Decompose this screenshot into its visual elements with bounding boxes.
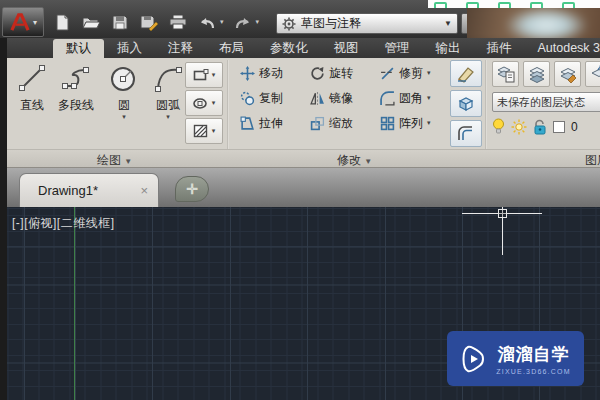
plot-button[interactable] [168,12,188,32]
hatch-tool[interactable]: ▾ [185,118,223,144]
modify-panel-label[interactable]: 修改 ▼ [337,152,372,168]
move-tool[interactable]: 移动 [240,64,283,82]
tab-layout[interactable]: 布局 [206,38,257,58]
ribbon-tab-bar: 默认 插入 注释 布局 参数化 视图 管理 输出 插件 Autodesk 360 [0,38,600,58]
new-file-button[interactable] [52,12,72,32]
erase-tool[interactable] [450,60,482,87]
tab-output[interactable]: 输出 [423,38,474,58]
panel-label-bar: 绘图 ▼ 修改 ▼ 图层 [7,149,600,167]
tab-annotate[interactable]: 注释 [155,38,206,58]
ellipse-tool[interactable]: ▾ [185,90,223,116]
tab-parametric[interactable]: 参数化 [257,38,321,58]
webcam-blur-image [467,8,600,38]
layer-match-button[interactable] [523,61,550,87]
draw-panel-label[interactable]: 绘图 ▼ [97,152,132,168]
save-as-button[interactable] [139,12,159,32]
new-drawing-button[interactable]: ✛ [175,176,209,202]
tab-home[interactable]: 默认 [53,39,104,58]
recorder-toolbar-overlay [428,0,600,8]
chevron-down-icon[interactable]: ▾ [122,114,126,120]
recorder-icon[interactable] [562,2,575,8]
stretch-tool[interactable]: 拉伸 [240,114,283,132]
chevron-down-icon[interactable]: ▾ [427,69,431,77]
tool-label: 直线 [20,97,44,114]
fillet-tool[interactable]: 圆角 ▾ [380,89,431,107]
rectangle-tool[interactable]: ▾ [185,62,223,88]
copy-tool[interactable]: 复制 [240,89,283,107]
recorder-icon[interactable] [466,2,479,8]
gear-icon [282,17,296,31]
layer-isolate-icon [590,65,600,83]
recorder-icon[interactable] [498,2,511,8]
tab-manage[interactable]: 管理 [372,38,423,58]
quick-access-toolbar: ▾ ▾ [52,12,259,32]
layers-stack-icon [528,65,546,83]
rectangle-icon [193,69,209,82]
open-file-button[interactable] [81,12,101,32]
recorder-icon[interactable] [530,2,543,8]
layer-unlock-icon[interactable] [533,119,547,135]
redo-dropdown-arrow[interactable]: ▾ [256,18,260,26]
mirror-tool[interactable]: 镜像 [310,89,353,107]
app-menu-button[interactable]: ▾ [2,7,44,37]
chevron-down-icon[interactable]: ▾ [212,127,216,135]
arc-tool[interactable]: 圆弧 ▾ [146,62,190,120]
tab-plugins[interactable]: 插件 [474,38,525,58]
undo-dropdown-arrow[interactable]: ▾ [220,18,224,26]
tab-autodesk360[interactable]: Autodesk 360 [525,38,600,58]
grid-axis-y [74,207,75,400]
chevron-down-icon[interactable]: ▾ [212,71,216,79]
workspace-selector[interactable]: 草图与注释 ▼ [276,13,458,34]
drawing-tab[interactable]: Drawing1* × [19,173,159,207]
undo-button[interactable] [197,12,217,32]
layers-toolbar [492,61,600,87]
line-tool[interactable]: 直线 [10,62,54,114]
array-tool[interactable]: 阵列 ▾ [380,114,431,132]
circle-tool[interactable]: 圆 ▾ [102,62,146,120]
modify-panel: 移动 旋转 修剪 ▾ [232,58,484,149]
viewport-controls-label[interactable]: [-][俯视][二维线框] [12,215,115,232]
line-icon [16,62,48,94]
trim-tool[interactable]: 修剪 ▾ [380,64,431,82]
layer-on-bulb-icon[interactable] [492,118,505,135]
scale-tool[interactable]: 缩放 [310,114,353,132]
recorder-icon[interactable] [434,2,447,8]
circle-icon [108,62,140,94]
undo-arrow-icon [198,15,216,30]
chevron-down-icon[interactable]: ▾ [212,99,216,107]
layer-properties-button[interactable] [492,61,519,87]
rotate-tool[interactable]: 旋转 [310,64,353,82]
explode-tool[interactable] [450,90,482,117]
layers-panel-label[interactable]: 图层 [585,152,600,168]
layer-state-button[interactable] [554,61,581,87]
layers-brush-icon [559,65,577,83]
save-button[interactable] [110,12,130,32]
watermark-text: 溜溜自学 ZIXUE.3D66.COM [496,343,570,375]
autocad-logo-icon [9,13,31,31]
chevron-down-icon[interactable]: ▾ [427,94,431,102]
tool-label: 圆角 [399,90,423,107]
chevron-down-icon[interactable]: ▾ [427,119,431,127]
new-file-icon [55,14,70,31]
tool-label: 复制 [259,90,283,107]
offset-icon [456,125,476,143]
drawing-canvas[interactable]: [-][俯视][二维线框] 溜溜自学 ZIXUE.3D66.COM [7,207,600,400]
layer-isolate-button[interactable] [585,61,600,87]
tab-insert[interactable]: 插入 [104,38,155,58]
layer-color-swatch[interactable] [553,121,565,133]
layer-freeze-sun-icon[interactable] [511,119,527,135]
tool-label: 镜像 [329,90,353,107]
chevron-down-icon[interactable]: ▼ [444,19,452,28]
file-tab-bar: Drawing1* × ✛ [7,168,600,207]
close-icon[interactable]: × [140,183,148,198]
offset-tool[interactable] [450,120,482,147]
chevron-down-icon[interactable]: ▾ [166,114,170,120]
redo-button[interactable] [233,12,253,32]
trim-icon [380,66,395,81]
tab-view[interactable]: 视图 [321,38,372,58]
polyline-tool[interactable]: 多段线 [54,62,98,114]
tool-label: 圆 [118,97,130,114]
layer-state-dropdown[interactable]: 未保存的图层状态 [492,92,600,112]
tool-label: 多段线 [58,97,94,114]
draw-extra-tools: ▾ ▾ ▾ [185,62,223,144]
